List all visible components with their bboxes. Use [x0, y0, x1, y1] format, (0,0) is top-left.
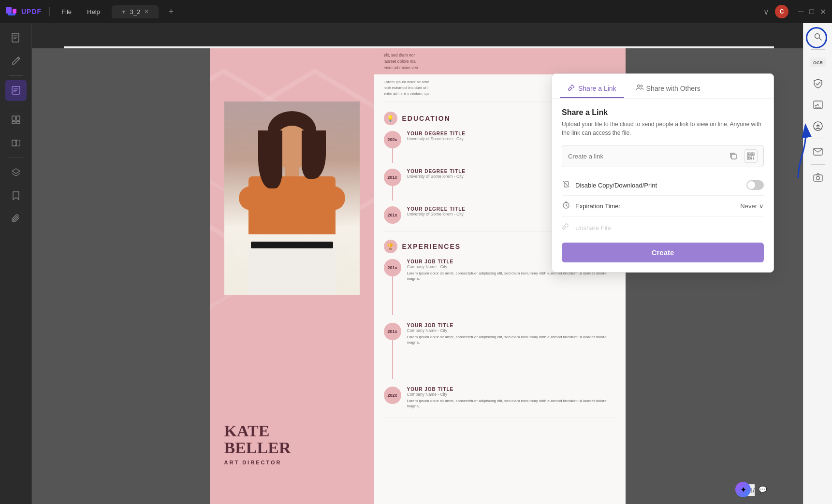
title-bar: UPDF File Help ▼ 3_2 ✕ + ∨ C ─ □ ✕ [0, 0, 832, 23]
svg-rect-1 [13, 9, 16, 14]
create-link-button[interactable]: Create [562, 243, 764, 262]
exp-desc-3: Lorem ipsum dolor sit amet, consectetuer… [407, 398, 616, 409]
sidebar-divider-2 [9, 105, 23, 105]
unshare-label: Unshare File [575, 224, 611, 231]
menu-help[interactable]: Help [83, 6, 104, 17]
share-others-tab[interactable]: Share with Others [628, 80, 708, 98]
svg-rect-2 [8, 14, 15, 15]
sidebar-divider-1 [9, 75, 23, 76]
right-snapshot-button[interactable] [808, 168, 828, 187]
svg-rect-13 [12, 121, 15, 124]
expiration-selector[interactable]: Never ∨ [740, 202, 764, 210]
exp-dot-2: 201x [384, 323, 401, 340]
right-sign-button[interactable] [808, 95, 828, 115]
dropdown-arrow[interactable]: ∨ [763, 7, 769, 16]
edu-role-3: YOUR DEGREE TITLE [407, 206, 466, 212]
exp-dot-3: 202x [384, 387, 401, 404]
share-others-icon [636, 84, 643, 93]
svg-rect-38 [751, 157, 752, 158]
app-logo: UPDF [6, 7, 42, 16]
sidebar-icon-attach[interactable] [5, 208, 27, 230]
right-search-button[interactable] [808, 27, 828, 46]
resume-lastname: BELLER [224, 439, 369, 457]
sidebar-icon-bookmark[interactable] [5, 185, 27, 206]
maximize-button[interactable]: □ [809, 7, 814, 16]
right-share-button[interactable] [808, 116, 828, 136]
content-area: T Text Image L... [32, 23, 803, 504]
resume-job-title: ART DIRECTOR [224, 460, 369, 465]
close-button[interactable]: ✕ [820, 7, 826, 16]
share-others-label: Share with Others [646, 85, 701, 92]
titlebar-right: ∨ C ─ □ ✕ [763, 5, 826, 18]
svg-marker-17 [12, 169, 20, 173]
resume-left-column: KATE BELLER ART DIRECTOR [210, 48, 374, 504]
tab-close-btn[interactable]: ✕ [144, 8, 149, 15]
svg-rect-39 [753, 157, 754, 158]
edu-role-2: YOUR DEGREE TITLE [407, 169, 466, 174]
edu-org-2: University of Some lorem - City [407, 174, 466, 179]
right-mail-button[interactable] [808, 142, 828, 161]
svg-text:OCR: OCR [813, 60, 823, 65]
svg-rect-37 [748, 158, 750, 159]
experiences-icon: 🏆 [384, 240, 397, 253]
expiration-label: Expiration Time: [575, 202, 735, 210]
exp-role-3: YOUR JOB TITLE [407, 387, 616, 392]
sidebar-icon-organize[interactable] [5, 109, 27, 130]
exp-desc-2: Lorem ipsum dolor sit amet, consectetuer… [407, 334, 616, 345]
sidebar-icon-convert[interactable] [5, 132, 27, 154]
disable-copy-toggle[interactable] [746, 180, 764, 190]
ai-assistant-button[interactable]: ✦ [735, 482, 751, 497]
svg-rect-14 [16, 121, 20, 124]
bottom-actions: ✦ 💬 [735, 482, 770, 497]
sidebar-icon-pen[interactable] [5, 50, 27, 72]
svg-point-29 [637, 85, 640, 87]
resume-firstname: KATE [224, 422, 369, 440]
svg-rect-36 [752, 154, 754, 155]
link-input-field[interactable] [568, 153, 723, 160]
share-link-tab[interactable]: Share a Link [560, 80, 624, 98]
exp-company-2: Company Name - City [407, 328, 616, 333]
education-title: EDUCATION [402, 115, 451, 122]
link-copy-button[interactable] [727, 149, 740, 163]
svg-point-52 [816, 176, 819, 180]
unshare-icon [562, 222, 570, 233]
right-ocr-button[interactable]: OCR [808, 53, 828, 72]
share-panel-title: Share a Link [562, 108, 764, 117]
exp-company-3: Company Name - City [407, 392, 616, 397]
sidebar-divider-3 [9, 158, 23, 158]
expiration-icon [562, 201, 570, 211]
link-input-row [562, 145, 764, 167]
svg-rect-41 [753, 158, 754, 159]
svg-rect-0 [6, 7, 12, 14]
experiences-title: EXPERIENCES [402, 243, 461, 250]
right-protect-button[interactable] [808, 74, 828, 93]
right-sidebar: OCR [803, 23, 832, 504]
svg-rect-50 [814, 148, 822, 155]
link-qr-button[interactable] [744, 149, 758, 163]
share-tabs: Share a Link Share with Others [552, 74, 774, 99]
exp-item-2: 201x YOUR JOB TITLE Company Name - City … [384, 323, 616, 379]
document-tab[interactable]: ▼ 3_2 ✕ [112, 5, 159, 18]
exp-dot-1: 201x [384, 259, 401, 276]
share-body: Share a Link Upload your file to the clo… [552, 99, 774, 272]
add-tab-button[interactable]: + [166, 5, 175, 19]
chat-button[interactable]: 💬 [755, 482, 770, 497]
user-avatar[interactable]: C [775, 5, 788, 18]
sidebar-icon-edit[interactable] [5, 80, 27, 101]
sidebar-icon-stack[interactable] [5, 162, 27, 183]
disable-copy-row: Disable Copy/Download/Print [562, 175, 764, 196]
share-link-icon [568, 84, 575, 93]
expiration-row: Expiration Time: Never ∨ [562, 196, 764, 216]
resume-name-block: KATE BELLER ART DIRECTOR [224, 422, 369, 465]
minimize-button[interactable]: ─ [798, 7, 803, 16]
edu-org-3: University of Some lorem - City [407, 212, 466, 216]
svg-rect-11 [12, 116, 15, 120]
disable-copy-label: Disable Copy/Download/Print [575, 182, 742, 189]
menu-file[interactable]: File [58, 6, 75, 17]
exp-item-3: 202x YOUR JOB TITLE Company Name - City … [384, 387, 616, 409]
sidebar-icon-read[interactable] [5, 27, 27, 48]
exp-role-2: YOUR JOB TITLE [407, 323, 616, 328]
education-icon: 💡 [384, 112, 397, 125]
edu-role-1: YOUR DEGREE TITLE [407, 131, 466, 136]
resume-photo [224, 101, 360, 295]
